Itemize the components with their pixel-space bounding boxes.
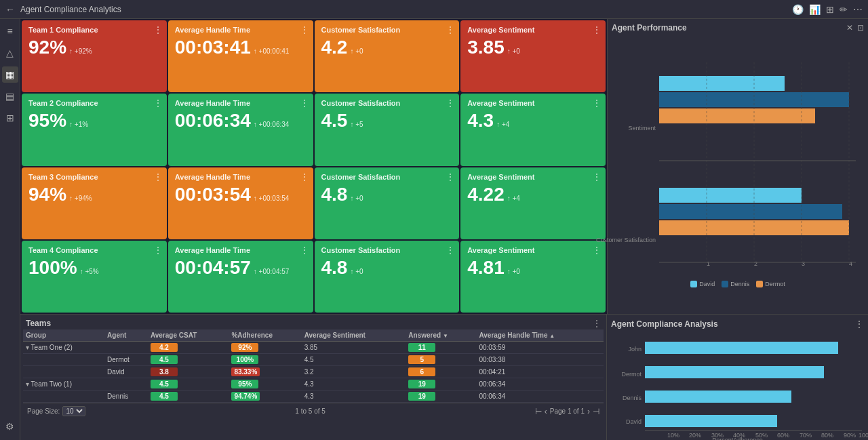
card-menu-1[interactable]: ⋮ [300,24,309,35]
card-10[interactable]: Customer Satisfaction 4.8 ↑ +0 ⋮ [315,167,460,239]
sidebar-dashboard-icon[interactable]: ▦ [2,66,18,83]
sidebar-menu-icon[interactable]: ≡ [2,23,18,39]
card-5[interactable]: Average Handle Time 00:06:34 ↑ +00:06:34… [168,94,313,165]
edit-icon[interactable]: ✏ [840,4,848,15]
adherence-badge: 92% [231,343,258,352]
x-20: 20% [689,432,701,439]
card-4[interactable]: Team 2 Compliance 95% ↑ +1% ⋮ [22,94,167,165]
sidebar-list-icon[interactable]: ▤ [2,88,18,104]
card-7[interactable]: Average Sentiment 4.3 ↑ +4 ⋮ [460,94,606,165]
sidebar-grid-icon[interactable]: ⊞ [2,110,18,126]
card-menu-8[interactable]: ⋮ [153,172,163,182]
back-button[interactable]: ← [5,4,15,15]
card-13[interactable]: Average Handle Time 00:04:57 ↑ +00:04:57… [168,241,313,313]
chart-close-icon[interactable]: ✕ [846,23,853,33]
card-menu-12[interactable]: ⋮ [153,245,163,256]
sidebar-settings-icon[interactable]: ⚙ [2,418,18,435]
teams-menu-icon[interactable]: ⋮ [593,319,601,328]
chart-icon[interactable]: 📊 [809,4,821,15]
expand-icon[interactable]: ▾ [26,344,29,351]
card-menu-14[interactable]: ⋮ [446,245,455,256]
card-value-4: 95% [28,110,66,132]
adherence-cell: 94.74% [229,391,301,403]
group-cell: ▾ Team Two (1) [23,378,104,391]
page-title: Agent Compliance Analytics [20,5,792,14]
table-header-row: Group Agent Average CSAT %Adherence Aver… [23,329,604,342]
card-15[interactable]: Average Sentiment 4.81 ↑ +0 ⋮ [460,241,606,313]
compliance-panel: Agent Compliance Analysis ⋮ John Dermot … [607,315,868,440]
page-range-label: 1 to 5 of 5 [295,407,325,415]
card-menu-4[interactable]: ⋮ [153,98,163,108]
last-page-button[interactable]: ⊣ [593,407,599,416]
card-change-4: ↑ +1% [69,121,88,128]
card-9[interactable]: Average Handle Time 00:03:54 ↑ +00:03:54… [168,167,313,239]
answered-badge: 11 [408,343,435,352]
card-value-row-15: 4.81 ↑ +0 [467,257,599,279]
sentiment-label: Sentiment [628,125,656,132]
card-6[interactable]: Customer Satisfaction 4.5 ↑ +5 ⋮ [315,94,460,165]
compliance-svg: John Dermot Dennis David 10% [611,332,862,437]
card-menu-10[interactable]: ⋮ [446,172,455,182]
card-8[interactable]: Team 3 Compliance 94% ↑ +94% ⋮ [22,167,167,239]
answered-cell: 5 [406,354,476,366]
card-12[interactable]: Team 4 Compliance 100% ↑ +5% ⋮ [22,241,167,313]
sidebar-home-icon[interactable]: △ [2,45,18,61]
card-11[interactable]: Average Sentiment 4.22 ↑ +4 ⋮ [460,167,606,239]
card-menu-6[interactable]: ⋮ [446,98,455,108]
card-change-6: ↑ +5 [350,121,363,128]
page-size-select[interactable]: 10 25 50 [62,406,85,416]
card-title-8: Team 3 Compliance [28,173,160,181]
teams-header: Teams ⋮ [23,317,604,329]
y-john: John [628,346,642,353]
answered-sort-icon[interactable]: ▼ [443,333,448,339]
card-title-6: Customer Satisfaction [321,99,453,107]
aht-sort-icon[interactable]: ▲ [549,333,555,339]
card-2[interactable]: Customer Satisfaction 4.2 ↑ +0 ⋮ [315,20,460,92]
card-0[interactable]: Team 1 Compliance 92% ↑ +92% ⋮ [22,20,167,92]
y-dermot: Dermot [621,371,642,378]
agent-performance-chart-area: Sentiment Customer Satisfaction [612,35,864,310]
card-menu-0[interactable]: ⋮ [153,24,163,35]
first-page-button[interactable]: ⊢ [535,407,542,416]
x-label-2: 2 [754,260,757,267]
card-menu-15[interactable]: ⋮ [592,245,601,256]
more-icon[interactable]: ⋯ [853,4,863,15]
next-page-button[interactable]: › [587,407,590,416]
group-cell: ▾ Team One (2) [23,342,104,354]
card-menu-9[interactable]: ⋮ [300,172,309,182]
card-change-7: ↑ +4 [496,121,509,128]
card-change-5: ↑ +00:06:34 [254,121,290,128]
card-1[interactable]: Average Handle Time 00:03:41 ↑ +00:00:41… [168,20,313,92]
chart-expand-icon[interactable]: ⊡ [857,23,864,33]
dashboard-top: Team 1 Compliance 92% ↑ +92% ⋮ Average H… [20,19,868,314]
expand-icon[interactable]: ▾ [26,380,29,388]
card-menu-2[interactable]: ⋮ [446,24,455,35]
csat-david-bar [659,188,802,203]
grid-icon[interactable]: ⊞ [826,4,834,15]
topbar-actions: 🕐 📊 ⊞ ✏ ⋯ [792,4,863,15]
card-3[interactable]: Average Sentiment 3.85 ↑ +0 ⋮ [460,20,606,92]
card-menu-7[interactable]: ⋮ [592,98,601,108]
adherence-badge: 83.33% [231,367,260,376]
sidebar: ≡ △ ▦ ▤ ⊞ ⚙ [0,19,20,440]
card-menu-11[interactable]: ⋮ [592,172,601,182]
col-group: Group [23,329,104,342]
agent-cell: David [104,366,148,378]
card-value-14: 4.8 [321,257,348,279]
dermot-bar [645,366,824,378]
card-title-3: Average Sentiment [467,26,599,34]
card-menu-3[interactable]: ⋮ [592,24,601,35]
card-value-row-3: 3.85 ↑ +0 [467,37,599,58]
card-menu-5[interactable]: ⋮ [300,98,309,108]
history-icon[interactable]: 🕐 [792,4,804,15]
card-14[interactable]: Customer Satisfaction 4.8 ↑ +0 ⋮ [315,241,460,313]
compliance-menu-icon[interactable]: ⋮ [854,319,864,329]
card-menu-13[interactable]: ⋮ [300,245,309,256]
csat-cell: 4.2 [148,342,229,354]
legend-david-label: David [699,281,715,287]
aht-cell: 00:06:34 [476,391,604,403]
prev-page-button[interactable]: ‹ [545,407,547,416]
card-value-15: 4.81 [467,257,505,279]
col-csat: Average CSAT [148,329,229,342]
col-answered: Answered ▼ [406,329,476,342]
